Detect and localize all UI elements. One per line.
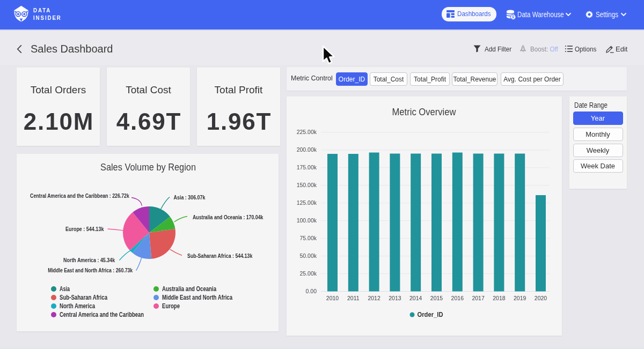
svg-text:175.00k: 175.00k — [297, 164, 317, 170]
svg-text:2020: 2020 — [535, 295, 547, 301]
svg-text:Middle East and North Africa: Middle East and North Africa — [162, 294, 232, 301]
svg-text:150.00k: 150.00k — [297, 182, 317, 188]
svg-text:Middle East and North Africa :: Middle East and North Africa : 260.73k — [48, 267, 133, 273]
svg-text:2017: 2017 — [472, 295, 485, 301]
svg-text:Order_ID: Order_ID — [418, 311, 443, 318]
svg-text:2011: 2011 — [347, 295, 360, 301]
svg-text:Asia: Asia — [60, 285, 70, 293]
svg-text:Europe: Europe — [162, 302, 180, 310]
svg-text:225.00k: 225.00k — [297, 129, 317, 135]
svg-text:2012: 2012 — [368, 295, 380, 301]
svg-text:Central America and the Caribb: Central America and the Caribbean — [60, 311, 144, 318]
svg-text:Australia and Oceania : 170.04: Australia and Oceania : 170.04k — [193, 214, 264, 220]
svg-text:2015: 2015 — [430, 295, 443, 301]
svg-text:2010: 2010 — [326, 295, 339, 301]
svg-text:Australia and Oceania: Australia and Oceania — [162, 285, 216, 293]
svg-text:Sub-Saharan Africa: Sub-Saharan Africa — [60, 294, 107, 301]
svg-text:50.00k: 50.00k — [299, 253, 317, 259]
svg-text:100.00k: 100.00k — [297, 217, 317, 224]
svg-text:Asia : 306.07k: Asia : 306.07k — [174, 194, 206, 201]
svg-text:75.00k: 75.00k — [299, 235, 317, 241]
svg-text:North America : 45.34k: North America : 45.34k — [63, 257, 115, 263]
svg-text:Central America and the Caribb: Central America and the Caribbean : 226.… — [30, 192, 129, 199]
svg-text:2018: 2018 — [493, 295, 506, 301]
svg-text:Sub-Saharan Africa : 544.13k: Sub-Saharan Africa : 544.13k — [187, 253, 252, 259]
svg-text:0.00: 0.00 — [306, 288, 317, 294]
svg-text:25.00k: 25.00k — [299, 270, 317, 277]
svg-text:2016: 2016 — [451, 295, 464, 301]
svg-text:2014: 2014 — [409, 295, 422, 301]
svg-text:2019: 2019 — [514, 295, 526, 301]
svg-text:Europe : 544.13k: Europe : 544.13k — [65, 226, 104, 232]
svg-text:200.00k: 200.00k — [297, 146, 317, 153]
svg-text:North America: North America — [60, 302, 95, 310]
svg-text:125.00k: 125.00k — [297, 199, 317, 206]
svg-text:2013: 2013 — [389, 295, 401, 301]
svg-text:Sales Volume by Region: Sales Volume by Region — [100, 162, 196, 173]
svg-text:Metric Overview: Metric Overview — [392, 107, 456, 117]
